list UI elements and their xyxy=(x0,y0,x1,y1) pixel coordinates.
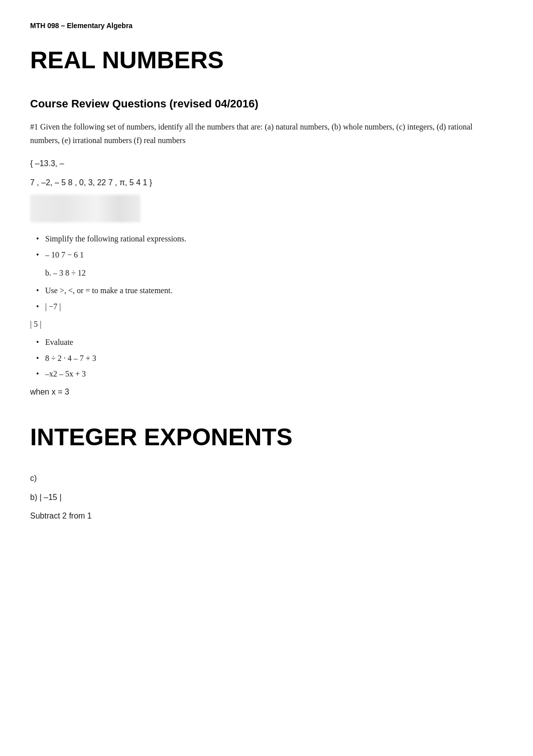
simplify-bullet-list: Simplify the following rational expressi… xyxy=(45,232,503,261)
line-c: c) xyxy=(30,472,503,485)
line-subtract: Subtract 2 from 1 xyxy=(30,510,503,523)
evaluate-list: Evaluate 8 ÷ 2 · 4 – 7 + 3 –x2 – 5x + 3 xyxy=(45,336,503,381)
when-x-line: when x = 3 xyxy=(30,386,503,399)
integer-exponents-title: INTEGER EXPONENTS xyxy=(30,418,503,457)
set-line1: { –13.3, – xyxy=(30,157,503,170)
line-b: b) | –15 | xyxy=(30,491,503,504)
blurred-formula-image xyxy=(30,195,141,222)
bullet-polynomial-expr: –x2 – 5x + 3 xyxy=(45,367,503,381)
bullet-abs-neg7: | −7 | xyxy=(45,300,503,313)
real-numbers-title: REAL NUMBERS xyxy=(30,41,503,80)
bullet-use-comparison: Use >, <, or = to make a true statement. xyxy=(45,284,503,297)
course-label: MTH 098 – Elementary Algebra xyxy=(30,20,503,31)
set-line2: 7 , –2, – 5 8 , 0, 3, 22 7 , π, 5 4 1 } xyxy=(30,176,503,189)
abs-5-line: | 5 | xyxy=(30,318,503,331)
bullet-simplify: Simplify the following rational expressi… xyxy=(45,232,503,245)
sub-item-b: b. – 3 8 ÷ 12 xyxy=(45,267,503,280)
bullet-arithmetic-expr: 8 ÷ 2 · 4 – 7 + 3 xyxy=(45,352,503,365)
bullet-evaluate: Evaluate xyxy=(45,336,503,349)
bullet-expression1: – 10 7 − 6 1 xyxy=(45,248,503,262)
use-comparison-list: Use >, <, or = to make a true statement.… xyxy=(45,284,503,313)
question1-text: #1 Given the following set of numbers, i… xyxy=(30,120,503,147)
course-review-subtitle: Course Review Questions (revised 04/2016… xyxy=(30,95,503,112)
